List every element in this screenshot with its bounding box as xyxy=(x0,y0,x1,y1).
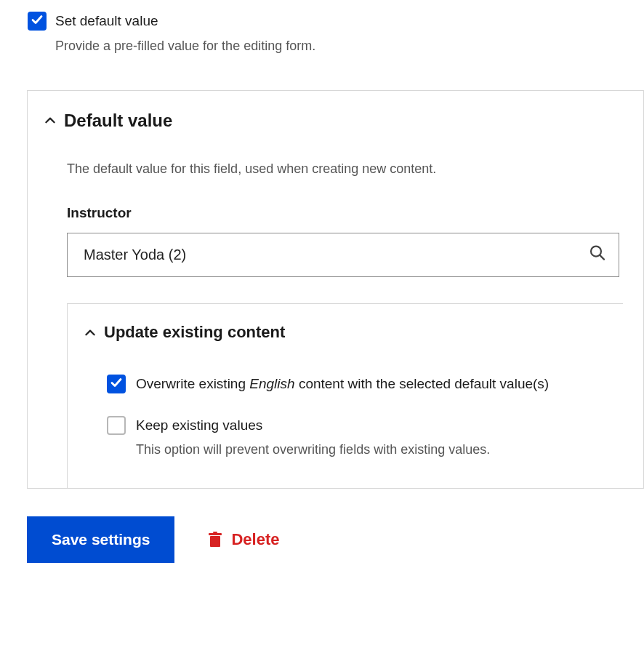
overwrite-label: Overwrite existing English content with … xyxy=(136,376,549,391)
delete-button-label: Delete xyxy=(231,530,279,549)
chevron-up-icon xyxy=(44,114,57,127)
svg-rect-2 xyxy=(210,536,220,547)
update-existing-panel-toggle[interactable]: Update existing content xyxy=(68,304,623,357)
keep-existing-label: Keep existing values xyxy=(136,416,603,436)
trash-icon xyxy=(208,532,222,548)
update-existing-panel: Update existing content Overwrite existi… xyxy=(67,303,623,488)
default-value-panel-toggle[interactable]: Default value xyxy=(28,91,643,146)
update-existing-title: Update existing content xyxy=(104,321,285,344)
default-value-panel: Default value The default value for this… xyxy=(27,90,644,489)
delete-button[interactable]: Delete xyxy=(201,523,286,556)
keep-existing-checkbox[interactable] xyxy=(107,416,126,435)
set-default-value-checkbox[interactable] xyxy=(28,12,47,31)
svg-line-1 xyxy=(600,255,605,260)
default-value-panel-title: Default value xyxy=(64,108,172,133)
svg-rect-4 xyxy=(213,532,217,533)
checkmark-icon xyxy=(31,14,43,25)
instructor-input[interactable] xyxy=(67,233,619,277)
search-icon[interactable] xyxy=(589,244,606,266)
overwrite-checkbox[interactable] xyxy=(107,375,126,393)
set-default-value-label: Set default value xyxy=(55,12,158,31)
checkmark-icon xyxy=(110,377,122,388)
svg-rect-3 xyxy=(209,533,222,535)
default-value-description: The default value for this field, used w… xyxy=(67,160,623,178)
chevron-up-icon xyxy=(84,327,97,340)
save-settings-button[interactable]: Save settings xyxy=(27,516,174,563)
keep-existing-description: This option will prevent overwriting fie… xyxy=(136,441,603,459)
set-default-value-description: Provide a pre-filled value for the editi… xyxy=(55,37,644,55)
instructor-label: Instructor xyxy=(67,204,623,223)
